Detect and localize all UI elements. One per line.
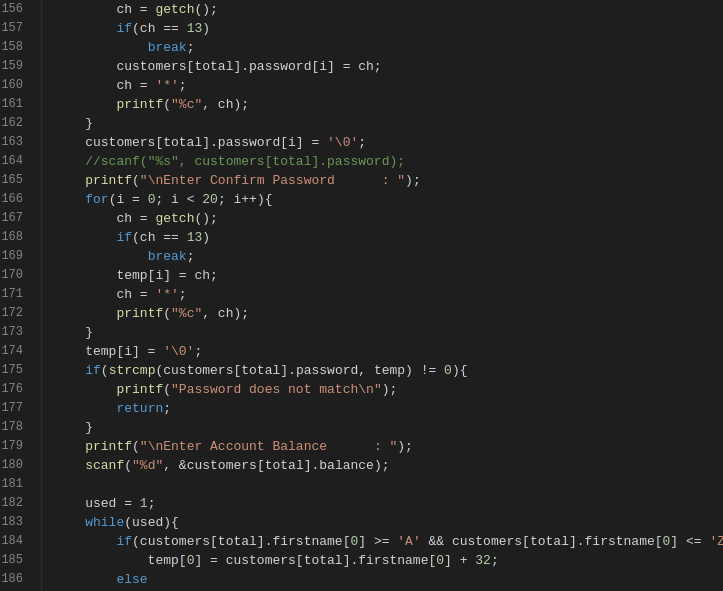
code-token (54, 532, 116, 551)
code-token: 13 (187, 228, 203, 247)
code-content[interactable]: ch = getch(); if(ch == 13) break; custom… (42, 0, 723, 591)
code-line: temp[i] = ch; (54, 266, 723, 285)
code-line: printf("Password does not match\n"); (54, 380, 723, 399)
code-token: ) (202, 228, 210, 247)
code-token: ); (397, 437, 413, 456)
code-line: customers[total].password[i] = ch; (54, 57, 723, 76)
code-token: ); (405, 171, 421, 190)
code-token (54, 228, 116, 247)
code-token: (i = (109, 190, 148, 209)
code-token: getch (155, 0, 194, 19)
code-token: , ch); (202, 304, 249, 323)
code-token: } (54, 418, 93, 437)
code-token (54, 361, 85, 380)
code-token: ( (163, 304, 171, 323)
code-token: if (116, 19, 132, 38)
code-line: ch = getch(); (54, 209, 723, 228)
code-token: (); (194, 209, 217, 228)
code-line: printf("\nEnter Account Balance : "); (54, 437, 723, 456)
code-token: return (116, 399, 163, 418)
code-token: ; (187, 38, 195, 57)
line-number: 166 (0, 190, 33, 209)
code-token: temp[ (54, 551, 187, 570)
code-token: (used){ (124, 513, 179, 532)
code-token: ; (148, 494, 156, 513)
code-token: 0 (148, 190, 156, 209)
code-token: , ch); (202, 95, 249, 114)
code-token: (customers[total].firstname[ (132, 532, 350, 551)
code-line: scanf("%d", &customers[total].balance); (54, 456, 723, 475)
code-token: ){ (452, 361, 468, 380)
code-token (54, 19, 116, 38)
code-token: ; i < (155, 190, 202, 209)
code-line: break; (54, 247, 723, 266)
line-number: 181 (0, 475, 33, 494)
code-token: 0 (187, 551, 195, 570)
line-number: 158 (0, 38, 33, 57)
line-number: 169 (0, 247, 33, 266)
code-line: printf("\nEnter Confirm Password : "); (54, 171, 723, 190)
line-number: 182 (0, 494, 33, 513)
code-token: ; (358, 133, 366, 152)
line-number: 157 (0, 19, 33, 38)
code-token: 1 (140, 494, 148, 513)
code-token: ] = customers[total].firstname[ (194, 551, 436, 570)
code-token (54, 513, 85, 532)
line-number: 180 (0, 456, 33, 475)
code-token: 13 (187, 19, 203, 38)
code-token (54, 190, 85, 209)
code-line: else (54, 570, 723, 589)
code-token (54, 380, 116, 399)
code-token: "\nEnter Account Balance : " (140, 437, 397, 456)
code-token: "%c" (171, 95, 202, 114)
code-token: strcmp (109, 361, 156, 380)
code-token: if (116, 228, 132, 247)
code-token: '\0' (327, 133, 358, 152)
code-line: while(used){ (54, 513, 723, 532)
code-token (54, 152, 85, 171)
code-line: ch = getch(); (54, 0, 723, 19)
code-token: used = (54, 494, 140, 513)
code-token: ch = (54, 285, 155, 304)
code-token: 'A' (397, 532, 420, 551)
code-line (54, 475, 723, 494)
code-token: scanf (85, 456, 124, 475)
code-token: ; (491, 551, 499, 570)
code-token: temp[i] = ch; (54, 266, 218, 285)
code-token (54, 171, 85, 190)
code-line: temp[0] = customers[total].firstname[0] … (54, 551, 723, 570)
code-token: ( (132, 171, 140, 190)
code-token: ( (163, 380, 171, 399)
line-number: 171 (0, 285, 33, 304)
code-token: printf (116, 95, 163, 114)
code-token: break (148, 247, 187, 266)
code-token (54, 304, 116, 323)
code-line: ch = '*'; (54, 285, 723, 304)
code-line: } (54, 418, 723, 437)
code-token: customers[total].password[i] = ch; (54, 57, 382, 76)
code-token: ] + (444, 551, 475, 570)
code-line: } (54, 323, 723, 342)
line-number: 174 (0, 342, 33, 361)
code-token: else (116, 570, 147, 589)
code-token: while (85, 513, 124, 532)
code-token (54, 95, 116, 114)
code-token: (); (194, 0, 217, 19)
code-token: ( (124, 456, 132, 475)
code-line: temp[i] = '\0'; (54, 342, 723, 361)
code-line: } (54, 114, 723, 133)
code-token: 0 (436, 551, 444, 570)
line-number: 170 (0, 266, 33, 285)
line-number: 167 (0, 209, 33, 228)
code-token: if (116, 532, 132, 551)
code-token: ch = (54, 0, 155, 19)
code-token (54, 38, 148, 57)
code-token: (ch == (132, 228, 187, 247)
code-token: ch = (54, 209, 155, 228)
code-line: return; (54, 399, 723, 418)
code-token: printf (116, 304, 163, 323)
line-number: 162 (0, 114, 33, 133)
code-line: if(strcmp(customers[total].password, tem… (54, 361, 723, 380)
code-token: ( (163, 95, 171, 114)
code-line: ch = '*'; (54, 76, 723, 95)
